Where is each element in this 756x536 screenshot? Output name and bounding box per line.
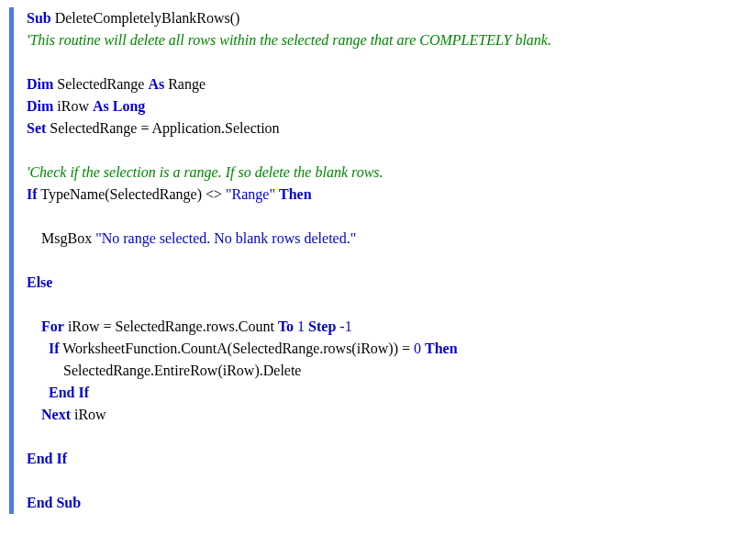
code-line: End Sub xyxy=(27,492,747,514)
keyword-as-long: As Long xyxy=(93,98,145,114)
number-literal: -1 xyxy=(339,318,351,334)
keyword-end-sub: End Sub xyxy=(27,495,81,510)
expression: WorksheetFunction.CountA(SelectedRange.r… xyxy=(60,341,414,356)
blank-line xyxy=(27,140,747,162)
code-line: 'This routine will delete all rows withi… xyxy=(27,29,747,51)
statement: SelectedRange.EntireRow(iRow).Delete xyxy=(27,363,301,378)
blank-line xyxy=(27,426,747,448)
expression: TypeName(SelectedRange) <> xyxy=(38,186,226,202)
keyword-step: Step xyxy=(308,318,336,334)
keyword-dim: Dim xyxy=(27,76,53,92)
assignment: SelectedRange = Application.Selection xyxy=(46,120,279,136)
msgbox-call: MsgBox xyxy=(27,230,95,246)
type-name: Range xyxy=(164,76,206,92)
keyword-sub: Sub xyxy=(27,10,51,26)
blank-line xyxy=(27,250,747,272)
number-literal: 0 xyxy=(414,341,421,356)
keyword-else: Else xyxy=(27,274,52,290)
keyword-as: As xyxy=(148,76,164,92)
keyword-if: If xyxy=(27,186,38,202)
keyword-next: Next xyxy=(41,407,71,422)
keyword-then: Then xyxy=(425,341,458,356)
code-line: Sub DeleteCompletelyBlankRows() xyxy=(27,7,747,29)
keyword-end-if: End If xyxy=(49,385,89,400)
expression: iRow = SelectedRange.rows.Count xyxy=(64,318,278,334)
keyword-end-if: End If xyxy=(27,451,67,466)
comment-text: 'Check if the selection is a range. If s… xyxy=(27,164,384,180)
identifier: iRow xyxy=(71,407,106,422)
code-line: Else xyxy=(27,272,747,294)
string-literal: "No range selected. No blank rows delete… xyxy=(95,230,356,246)
number-literal: 1 xyxy=(297,318,305,334)
keyword-then: Then xyxy=(279,186,312,202)
blank-line xyxy=(27,206,747,228)
code-line: 'Check if the selection is a range. If s… xyxy=(27,162,747,184)
code-line: For iRow = SelectedRange.rows.Count To 1… xyxy=(27,316,747,338)
blank-line xyxy=(27,470,747,492)
code-line: End If xyxy=(27,382,747,404)
code-line: Next iRow xyxy=(27,404,747,426)
blank-line xyxy=(27,51,747,73)
code-line: SelectedRange.EntireRow(iRow).Delete xyxy=(27,360,747,382)
indent xyxy=(27,385,49,400)
indent xyxy=(27,318,41,334)
keyword-to: To xyxy=(278,318,294,334)
code-line: MsgBox "No range selected. No blank rows… xyxy=(27,228,747,250)
identifier: iRow xyxy=(53,98,93,114)
indent xyxy=(27,407,41,422)
sub-name: DeleteCompletelyBlankRows() xyxy=(51,10,240,26)
string-literal: "Range" xyxy=(226,186,275,202)
blank-line xyxy=(27,294,747,316)
indent xyxy=(27,341,49,356)
code-line: Dim iRow As Long xyxy=(27,95,747,117)
code-line: If WorksheetFunction.CountA(SelectedRang… xyxy=(27,338,747,360)
keyword-dim: Dim xyxy=(27,98,53,114)
keyword-if: If xyxy=(49,341,60,356)
identifier: SelectedRange xyxy=(53,76,148,92)
comment-text: 'This routine will delete all rows withi… xyxy=(27,32,551,48)
code-line: If TypeName(SelectedRange) <> "Range" Th… xyxy=(27,184,747,206)
code-line: End If xyxy=(27,448,747,470)
keyword-set: Set xyxy=(27,120,46,136)
code-block: Sub DeleteCompletelyBlankRows() 'This ro… xyxy=(9,7,747,514)
code-line: Set SelectedRange = Application.Selectio… xyxy=(27,117,747,140)
code-line: Dim SelectedRange As Range xyxy=(27,73,747,95)
keyword-for: For xyxy=(41,318,64,334)
